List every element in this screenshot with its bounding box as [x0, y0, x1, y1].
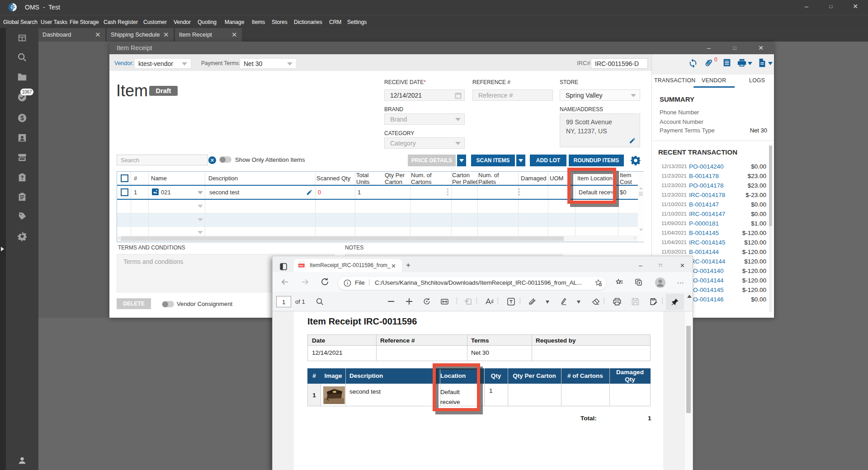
- svg-text:$: $: [20, 115, 24, 122]
- svg-text:PDF: PDF: [299, 264, 304, 267]
